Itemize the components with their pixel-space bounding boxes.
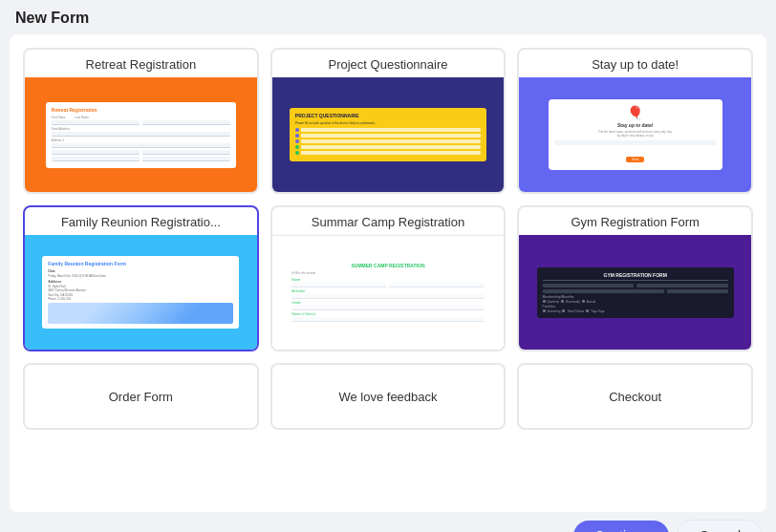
- card-label: Retreat Registration: [25, 50, 257, 77]
- card-preview-retreat: Retreat Registration First Name Last Nam…: [25, 77, 257, 192]
- card-preview-stayuptodate: 🎈 Stay up to date! Get the latest news, …: [519, 77, 751, 192]
- card-label: Stay up to date!: [519, 50, 751, 77]
- continue-button[interactable]: Continue: [573, 521, 669, 532]
- card-checkout[interactable]: Checkout: [517, 363, 753, 430]
- card-retreat-registration[interactable]: Retreat Registration Retreat Registratio…: [23, 48, 259, 194]
- card-summer-camp-registration[interactable]: Summar Camp Registration SUMMER CAMP REG…: [270, 205, 507, 351]
- main-container: Retreat Registration Retreat Registratio…: [10, 34, 766, 512]
- card-preview-family: Family Reunion Registration Form Date Fr…: [25, 235, 257, 350]
- card-we-love-feedback[interactable]: We love feedback: [270, 363, 507, 430]
- card-order-form[interactable]: Order Form: [23, 363, 259, 430]
- template-grid: Retreat Registration Retreat Registratio…: [23, 48, 753, 351]
- card-family-reunion-registration[interactable]: Family Reunion Registratio... Family Reu…: [23, 205, 259, 351]
- footer: Continue Cancel: [0, 512, 776, 532]
- card-label: Gym Registration Form: [519, 207, 751, 235]
- bottom-card-label: Checkout: [609, 390, 661, 404]
- page-title: New Form: [15, 10, 89, 26]
- page-header: New Form: [0, 0, 776, 34]
- bottom-card-label: Order Form: [109, 390, 173, 404]
- card-preview-summercamp: SUMMER CAMP REGISTRATION Hi fill in the …: [272, 235, 505, 350]
- card-project-questionnaire[interactable]: Project Questionnaire PROJECT QUESTIONNA…: [270, 48, 507, 194]
- card-label: Project Questionnaire: [272, 50, 505, 77]
- card-label: Family Reunion Registratio...: [25, 207, 257, 235]
- cancel-button[interactable]: Cancel: [677, 520, 763, 532]
- bottom-card-label: We love feedback: [338, 390, 437, 404]
- card-stay-up-to-date[interactable]: Stay up to date! 🎈 Stay up to date! Get …: [517, 48, 753, 194]
- card-gym-registration-form[interactable]: Gym Registration Form GYM REGISTRATION F…: [517, 205, 753, 351]
- card-preview-project: PROJECT QUESTIONNAIRE Please fill out ea…: [272, 77, 505, 192]
- card-label: Summar Camp Registration: [272, 207, 505, 235]
- bottom-row: Order Form We love feedback Checkout: [23, 363, 753, 430]
- card-preview-gym: GYM REGISTRATION FORM Membership/Benefit…: [519, 235, 751, 350]
